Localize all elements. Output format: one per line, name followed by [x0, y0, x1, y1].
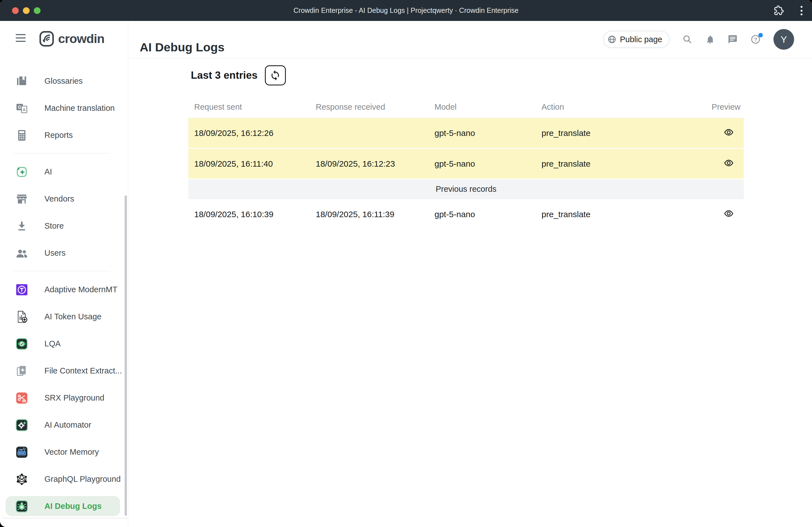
sidebar-scrollbar[interactable] — [125, 195, 127, 516]
sidebar-item-label: AI — [44, 167, 52, 177]
sidebar-item-lqa[interactable]: LQA — [0, 330, 128, 357]
sidebar-item-label: AI Token Usage — [44, 312, 101, 321]
cell-action: pre_translate — [536, 210, 646, 219]
table-row: 18/09/2025, 16:10:39 18/09/2025, 16:11:3… — [188, 199, 744, 230]
sidebar-divider — [13, 271, 110, 271]
notifications-bell-icon[interactable] — [705, 34, 715, 44]
sidebar-item-label: Vendors — [44, 194, 74, 204]
cell-request-sent: 18/09/2025, 16:11:40 — [188, 159, 310, 169]
cell-model: gpt-5-nano — [429, 159, 536, 169]
chat-icon[interactable] — [728, 34, 738, 44]
sidebar-item-label: AI Debug Logs — [44, 501, 102, 511]
extensions-icon[interactable] — [773, 5, 784, 16]
users-icon — [15, 247, 28, 260]
sidebar-item-label: Reports — [44, 131, 73, 140]
sidebar-item-vector-memory[interactable]: Vector Memory — [0, 438, 128, 466]
vendors-icon — [15, 193, 28, 206]
browser-window: Crowdin Enterprise - AI Debug Logs | Pro… — [0, 0, 812, 527]
public-page-label: Public page — [620, 35, 662, 44]
titlebar: Crowdin Enterprise - AI Debug Logs | Pro… — [0, 0, 812, 21]
refresh-icon — [270, 70, 281, 81]
sidebar-header: crowdin — [0, 21, 128, 58]
close-window-button[interactable] — [12, 7, 19, 14]
table-row: 18/09/2025, 16:11:40 18/09/2025, 16:12:2… — [188, 149, 744, 180]
preview-eye-icon[interactable] — [724, 129, 734, 136]
ai-debug-logs-icon — [15, 500, 28, 513]
ai-token-usage-icon — [15, 311, 28, 323]
store-icon — [15, 220, 28, 232]
table-row: 18/09/2025, 16:12:26 gpt-5-nano pre_tran… — [188, 118, 744, 149]
cell-request-sent: 18/09/2025, 16:12:26 — [188, 129, 310, 138]
crowdin-logo[interactable]: crowdin — [39, 31, 104, 47]
sidebar-item-label: Glossaries — [44, 76, 83, 86]
sidebar-item-vendors[interactable]: Vendors — [0, 185, 128, 212]
sidebar-item-machine-translation[interactable]: GA Machine translation — [0, 95, 128, 122]
sidebar-item-label: Users — [44, 249, 66, 258]
column-header-action: Action — [536, 103, 646, 112]
minimize-window-button[interactable] — [23, 7, 30, 14]
sidebar-bottom-divider — [2, 518, 128, 518]
reports-icon — [15, 129, 28, 142]
sidebar-item-reports[interactable]: Reports — [0, 122, 128, 149]
sidebar-item-ai-token-usage[interactable]: AI Token Usage — [0, 303, 128, 330]
cell-action: pre_translate — [536, 159, 646, 169]
browser-menu-icon[interactable] — [800, 6, 802, 15]
adaptive-modernmt-icon — [15, 283, 28, 296]
sidebar-item-label: Vector Memory — [44, 448, 99, 457]
cell-preview — [646, 210, 744, 219]
sidebar-item-label: Adaptive ModernMT — [44, 285, 117, 294]
ai-automator-icon — [15, 419, 28, 432]
previous-records-button[interactable]: Previous records — [188, 180, 744, 199]
sidebar: crowdin Glossaries GA Machine translatio… — [0, 21, 128, 527]
column-header-request-sent: Request sent — [188, 103, 310, 112]
column-header-response-received: Response received — [310, 103, 429, 112]
cell-model: gpt-5-nano — [429, 129, 536, 138]
content-area: Last 3 entries Request sent Response rec… — [128, 58, 812, 527]
svg-text:A: A — [23, 107, 26, 112]
ai-icon — [15, 166, 28, 178]
sidebar-nav: Glossaries GA Machine translation Report… — [0, 67, 128, 520]
sidebar-item-label: SRX Playground — [44, 393, 104, 403]
sidebar-item-store[interactable]: Store — [0, 212, 128, 240]
svg-text:?: ? — [754, 36, 757, 42]
cell-response-received: 18/09/2025, 16:12:23 — [310, 159, 429, 169]
hamburger-menu-icon[interactable] — [16, 34, 26, 44]
search-icon[interactable] — [682, 34, 692, 44]
debug-logs-table: Request sent Response received Model Act… — [188, 96, 744, 230]
cell-preview — [646, 129, 744, 138]
header-actions: Public page ? Y — [603, 21, 794, 58]
globe-icon — [608, 35, 616, 44]
sidebar-item-label: Machine translation — [44, 104, 115, 113]
public-page-button[interactable]: Public page — [603, 31, 669, 48]
avatar[interactable]: Y — [773, 29, 794, 50]
sidebar-item-ai-debug-logs[interactable]: AI Debug Logs — [0, 493, 128, 520]
preview-eye-icon[interactable] — [724, 210, 734, 217]
cell-model: gpt-5-nano — [429, 210, 536, 219]
preview-eye-icon[interactable] — [724, 160, 734, 167]
sidebar-item-glossaries[interactable]: Glossaries — [0, 67, 128, 95]
sidebar-item-srx-playground[interactable]: SRX Playground — [0, 385, 128, 411]
file-context-extractor-icon — [15, 364, 28, 377]
sidebar-item-label: AI Automator — [44, 420, 91, 430]
svg-text:G: G — [18, 105, 21, 109]
sidebar-item-label: File Context Extract... — [44, 366, 122, 375]
srx-playground-icon — [15, 392, 28, 405]
sidebar-item-file-context-extractor[interactable]: File Context Extract... — [0, 357, 128, 385]
cell-preview — [646, 159, 744, 169]
table-header-row: Request sent Response received Model Act… — [188, 96, 744, 118]
lqa-icon — [15, 337, 28, 350]
sidebar-item-graphql-playground[interactable]: GraphQL Playground — [0, 466, 128, 493]
refresh-button[interactable] — [265, 65, 286, 86]
sidebar-item-adaptive-modernmt[interactable]: Adaptive ModernMT — [0, 276, 128, 303]
cell-action: pre_translate — [536, 129, 646, 138]
cell-response-received: 18/09/2025, 16:11:39 — [310, 210, 429, 219]
machine-translation-icon: GA — [15, 102, 28, 115]
column-header-model: Model — [429, 103, 536, 112]
fullscreen-window-button[interactable] — [34, 7, 41, 14]
help-icon[interactable]: ? — [751, 34, 760, 44]
sidebar-item-users[interactable]: Users — [0, 240, 128, 267]
app-header: AI Debug Logs Public page ? — [128, 21, 812, 58]
sidebar-item-ai[interactable]: AI — [0, 158, 128, 185]
sidebar-item-ai-automator[interactable]: AI Automator — [0, 411, 128, 438]
vector-memory-icon — [15, 446, 28, 458]
